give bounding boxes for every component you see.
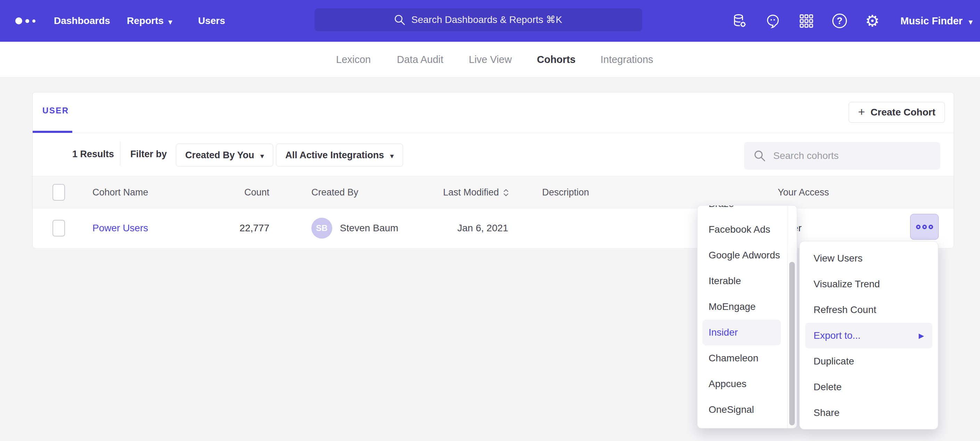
menu-item-delete[interactable]: Delete — [805, 374, 932, 400]
divider — [120, 141, 120, 166]
nav-dashboards[interactable]: Dashboards — [54, 0, 110, 42]
cohort-search-bar[interactable] — [744, 142, 940, 170]
nav-reports-label: Reports — [127, 15, 164, 26]
tab-lexicon[interactable]: Lexicon — [336, 42, 371, 78]
last-modified-cell: Jan 6, 2021 — [457, 208, 508, 248]
divider — [33, 133, 954, 133]
nav-users[interactable]: Users — [198, 0, 225, 42]
nav-dashboards-label: Dashboards — [54, 15, 110, 26]
export-destinations-list: Braze Facebook Ads Google Adwords Iterab… — [697, 205, 797, 423]
apps-grid-icon[interactable] — [797, 0, 816, 42]
tab-cohorts[interactable]: Cohorts — [537, 42, 576, 78]
search-icon — [393, 14, 406, 26]
menu-item-view-users[interactable]: View Users — [805, 246, 932, 271]
scrollbar-track — [787, 206, 788, 428]
menu-item-iterable[interactable]: Iterable — [702, 268, 781, 294]
cohort-search-input[interactable] — [773, 150, 931, 161]
cohorts-card: USER + Create Cohort 1 Results Filter by… — [32, 92, 954, 248]
integrations-filter-dropdown[interactable]: All Active Integrations ▾ — [276, 144, 403, 166]
global-search-input[interactable] — [412, 14, 564, 26]
workspace-name: Music Finder — [900, 15, 963, 27]
col-header-created-by[interactable]: Created By — [311, 176, 358, 209]
created-by-cell: SB Steven Baum — [311, 208, 398, 248]
top-navbar: Dashboards Reports ▾ Users — [0, 0, 980, 42]
table-header-row: Cohort Name Count Created By Last Modifi… — [33, 176, 954, 208]
select-all-checkbox[interactable] — [52, 184, 65, 201]
export-destinations-menu: Braze Facebook Ads Google Adwords Iterab… — [697, 205, 797, 428]
results-count: 1 Results — [72, 149, 114, 160]
nav-reports[interactable]: Reports ▾ — [127, 0, 172, 42]
cohort-name-link[interactable]: Power Users — [92, 208, 148, 248]
menu-item-moengage[interactable]: MoEngage — [702, 294, 781, 320]
nav-users-label: Users — [198, 15, 225, 26]
feedback-icon[interactable] — [763, 0, 783, 42]
scrollbar-thumb[interactable] — [789, 262, 795, 425]
help-icon[interactable]: ? — [830, 0, 850, 42]
col-header-count[interactable]: Count — [207, 176, 269, 209]
col-header-cohort-name[interactable]: Cohort Name — [92, 176, 148, 209]
menu-item-onesignal[interactable]: OneSignal — [702, 397, 781, 423]
menu-item-appcues[interactable]: Appcues — [702, 371, 781, 397]
chevron-down-icon: ▾ — [169, 18, 172, 26]
sort-icon[interactable] — [503, 188, 509, 197]
row-more-actions-button[interactable] — [910, 214, 939, 240]
workspace-switcher[interactable]: Music Finder ▾ — [900, 0, 972, 42]
avatar: SB — [311, 218, 332, 238]
chevron-down-icon: ▾ — [261, 153, 264, 159]
chevron-down-icon: ▾ — [969, 18, 973, 26]
menu-item-insider[interactable]: Insider — [702, 320, 781, 345]
col-header-last-modified[interactable]: Last Modified — [443, 176, 509, 209]
col-header-your-access[interactable]: Your Access — [778, 176, 829, 209]
filter-by-label: Filter by — [130, 149, 167, 160]
more-dots-icon — [916, 225, 921, 229]
cohorts-page: Dashboards Reports ▾ Users — [0, 0, 980, 441]
menu-item-share[interactable]: Share — [805, 400, 932, 426]
col-header-description[interactable]: Description — [542, 176, 589, 209]
chevron-down-icon: ▾ — [390, 153, 394, 159]
menu-item-duplicate[interactable]: Duplicate — [805, 348, 932, 374]
tab-data-audit[interactable]: Data Audit — [397, 42, 444, 78]
menu-item-chameleon[interactable]: Chameleon — [702, 345, 781, 371]
app-logo-icon[interactable] — [15, 0, 35, 42]
menu-item-refresh-count[interactable]: Refresh Count — [805, 297, 932, 323]
section-tabbar: Lexicon Data Audit Live View Cohorts Int… — [0, 42, 980, 78]
search-icon — [753, 149, 766, 162]
menu-item-export-to[interactable]: Export to... ▶ — [805, 323, 932, 348]
tab-live-view[interactable]: Live View — [469, 42, 512, 78]
created-by-name: Steven Baum — [340, 222, 398, 234]
submenu-arrow-icon: ▶ — [919, 323, 924, 348]
tab-integrations[interactable]: Integrations — [600, 42, 653, 78]
settings-gear-icon[interactable]: ⚙ — [862, 0, 882, 42]
create-cohort-button[interactable]: + Create Cohort — [849, 102, 945, 123]
menu-item-google-adwords[interactable]: Google Adwords — [702, 243, 781, 268]
row-actions-menu: View Users Visualize Trend Refresh Count… — [799, 241, 938, 430]
plus-icon: + — [858, 106, 865, 118]
menu-item-visualize-trend[interactable]: Visualize Trend — [805, 271, 932, 297]
tab-user-cohorts[interactable]: USER — [42, 106, 69, 115]
global-search-bar[interactable] — [315, 8, 642, 31]
menu-item-facebook-ads[interactable]: Facebook Ads — [702, 217, 781, 243]
menu-item-braze[interactable]: Braze — [702, 205, 781, 217]
row-checkbox[interactable] — [52, 220, 65, 236]
created-by-filter-dropdown[interactable]: Created By You ▾ — [176, 144, 273, 166]
create-cohort-label: Create Cohort — [870, 107, 935, 118]
data-management-icon[interactable] — [730, 0, 749, 42]
cohort-count: 22,777 — [207, 208, 269, 248]
